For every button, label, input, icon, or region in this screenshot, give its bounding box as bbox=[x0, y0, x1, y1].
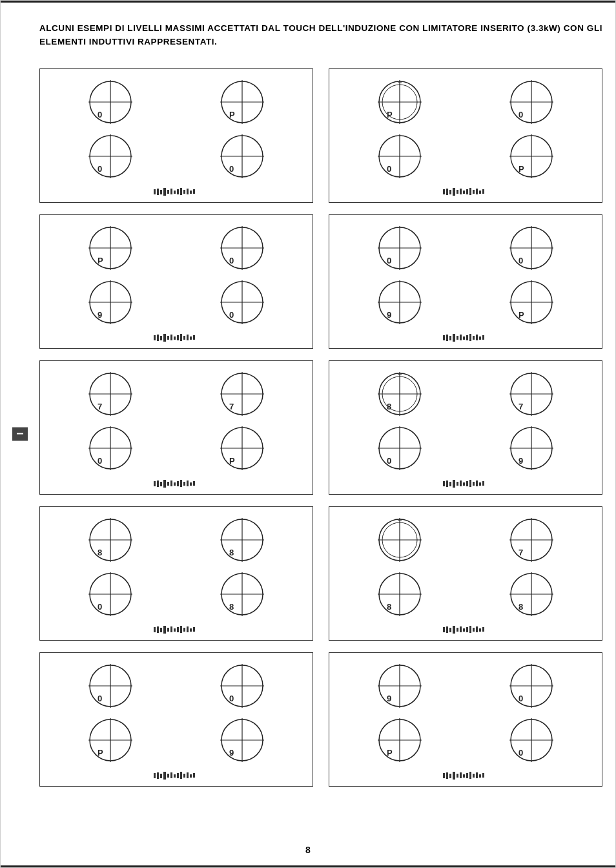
svg-text:0: 0 bbox=[387, 456, 391, 466]
burner-cell-br: 8 bbox=[178, 569, 306, 619]
svg-rect-76 bbox=[154, 335, 156, 340]
svg-rect-166 bbox=[446, 480, 448, 487]
svg-rect-79 bbox=[163, 334, 166, 342]
burner-cell-tl: 8 bbox=[336, 369, 464, 419]
burner-box-3: P 0 9 0 bbox=[39, 214, 313, 349]
svg-rect-293 bbox=[479, 774, 481, 778]
svg-rect-205 bbox=[190, 628, 192, 632]
burner-cell-tr: P bbox=[178, 77, 306, 127]
burner-grid-7: 8 8 0 8 bbox=[46, 515, 306, 619]
burner-icon: 8 bbox=[217, 569, 267, 619]
burner-cell-br: 0 bbox=[178, 277, 306, 327]
burner-icon: 7 bbox=[217, 369, 267, 419]
burner-box-6: 8 7 0 9 bbox=[329, 360, 602, 495]
sidebar-label: I bbox=[12, 428, 28, 441]
burner-icon bbox=[375, 515, 425, 565]
page-outer: I ALCUNI ESEMPI DI LIVELLI MASSIMI ACCET… bbox=[0, 0, 616, 868]
svg-rect-263 bbox=[187, 772, 189, 778]
svg-text:P: P bbox=[387, 748, 393, 758]
burner-icon: 0 bbox=[85, 661, 136, 711]
power-indicator bbox=[440, 625, 491, 635]
burner-box-4: 0 0 9 P bbox=[329, 214, 602, 349]
svg-rect-235 bbox=[479, 628, 481, 632]
burner-cell-tr: 7 bbox=[467, 369, 595, 419]
svg-rect-198 bbox=[167, 628, 169, 632]
svg-text:0: 0 bbox=[229, 256, 234, 265]
svg-rect-232 bbox=[469, 626, 471, 633]
page-number: 8 bbox=[1, 838, 615, 865]
burner-icon: 0 bbox=[506, 661, 557, 711]
burner-box-2: P 0 0 P bbox=[329, 68, 602, 203]
top-border bbox=[1, 1, 615, 3]
svg-rect-284 bbox=[449, 774, 451, 778]
power-indicator-bar bbox=[46, 333, 306, 343]
svg-text:0: 0 bbox=[98, 164, 102, 174]
burner-cell-bl: 0 bbox=[46, 569, 174, 619]
svg-rect-58 bbox=[479, 191, 481, 194]
svg-rect-146 bbox=[193, 481, 195, 486]
burner-icon: P bbox=[217, 423, 267, 473]
svg-rect-52 bbox=[460, 189, 462, 194]
svg-rect-112 bbox=[466, 335, 468, 340]
svg-rect-86 bbox=[187, 335, 189, 340]
svg-rect-260 bbox=[177, 773, 179, 778]
svg-rect-18 bbox=[160, 190, 162, 194]
svg-rect-51 bbox=[457, 190, 458, 194]
svg-rect-230 bbox=[463, 628, 465, 632]
svg-rect-294 bbox=[482, 773, 484, 778]
svg-rect-282 bbox=[443, 773, 445, 778]
svg-rect-17 bbox=[157, 189, 159, 195]
burner-box-5: 7 7 0 P bbox=[39, 360, 313, 495]
svg-text:0: 0 bbox=[518, 110, 523, 119]
burner-cell-tr: 0 bbox=[178, 223, 306, 273]
svg-rect-24 bbox=[180, 188, 182, 195]
svg-rect-50 bbox=[453, 188, 455, 196]
burner-cell-tr: 7 bbox=[178, 369, 306, 419]
power-indicator-bar bbox=[336, 770, 595, 781]
svg-rect-113 bbox=[469, 334, 471, 341]
svg-rect-137 bbox=[163, 480, 166, 488]
svg-text:0: 0 bbox=[229, 310, 234, 320]
svg-rect-27 bbox=[190, 191, 192, 194]
power-indicator bbox=[150, 479, 202, 489]
svg-text:9: 9 bbox=[98, 310, 102, 320]
burner-icon: 9 bbox=[217, 715, 267, 765]
burner-grid-10: 9 0 P 0 bbox=[336, 661, 595, 765]
burner-grid-3: P 0 9 0 bbox=[46, 223, 306, 327]
svg-rect-170 bbox=[460, 480, 462, 486]
svg-rect-224 bbox=[443, 627, 445, 632]
svg-rect-136 bbox=[160, 482, 162, 486]
svg-rect-48 bbox=[446, 189, 448, 195]
svg-rect-226 bbox=[449, 628, 451, 632]
svg-text:8: 8 bbox=[387, 402, 391, 411]
svg-text:8: 8 bbox=[518, 602, 523, 612]
burner-icon: 0 bbox=[217, 131, 267, 181]
svg-rect-107 bbox=[449, 336, 451, 340]
svg-rect-114 bbox=[473, 336, 475, 340]
burner-icon: 8 bbox=[217, 515, 267, 565]
power-indicator-bar bbox=[46, 770, 306, 781]
svg-rect-196 bbox=[160, 628, 162, 632]
svg-text:0: 0 bbox=[518, 256, 523, 265]
bottom-border bbox=[1, 865, 615, 867]
svg-rect-194 bbox=[154, 627, 156, 632]
svg-rect-265 bbox=[193, 773, 195, 778]
svg-text:0: 0 bbox=[98, 110, 102, 119]
svg-rect-254 bbox=[157, 772, 159, 779]
power-indicator-bar bbox=[46, 187, 306, 197]
svg-rect-234 bbox=[476, 626, 478, 632]
svg-rect-228 bbox=[457, 628, 458, 632]
svg-rect-144 bbox=[187, 480, 189, 486]
svg-text:7: 7 bbox=[229, 402, 234, 411]
svg-text:P: P bbox=[229, 456, 235, 466]
power-indicator bbox=[440, 770, 491, 781]
svg-rect-175 bbox=[476, 480, 478, 486]
svg-rect-20 bbox=[167, 190, 169, 194]
svg-rect-141 bbox=[177, 481, 179, 486]
power-indicator-bar bbox=[336, 187, 595, 197]
svg-rect-56 bbox=[473, 190, 475, 194]
svg-rect-23 bbox=[177, 189, 179, 194]
svg-rect-105 bbox=[443, 335, 445, 340]
burner-icon: 0 bbox=[85, 131, 136, 181]
svg-rect-200 bbox=[174, 628, 176, 632]
